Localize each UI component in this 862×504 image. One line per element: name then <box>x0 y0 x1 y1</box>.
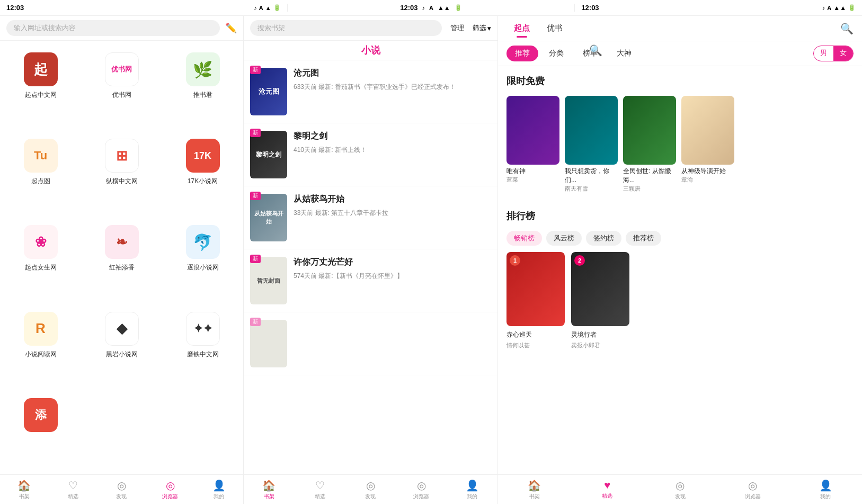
nav-label-featured-2: 精选 <box>315 493 325 500</box>
gender-male-label: 男 <box>820 49 827 57</box>
edit-icon[interactable]: ✏️ <box>225 22 237 34</box>
filter-tab-category[interactable]: 分类 <box>540 46 572 61</box>
rank-item-2[interactable]: 2 灵境行者 卖报小郎君 <box>571 252 629 349</box>
site-item-17k[interactable]: 17K 17K小说网 <box>162 132 243 219</box>
nav-item-mine-3[interactable]: 👤 我的 <box>789 475 862 504</box>
free-book-4[interactable]: 从神级导演开始 章渝 <box>681 96 734 193</box>
free-book-3[interactable]: 全民创世: 从骷髅海... 三颗唐 <box>623 96 676 193</box>
featured-icon-2: ♡ <box>315 479 325 492</box>
rank-number-1: 1 <box>510 255 520 266</box>
free-title-4: 从神级导演开始 <box>681 167 734 176</box>
discover-icon-2: ◎ <box>366 479 375 492</box>
site-item-nvsheng[interactable]: ❀ 起点女生网 <box>0 219 81 305</box>
book-item-partial[interactable]: 新 <box>244 312 497 375</box>
nav-item-browser-1[interactable]: ◎ 浏览器 <box>146 475 194 504</box>
free-book-2[interactable]: 我只想卖货，你们... 南天有雪 <box>565 96 618 193</box>
status-panel-1: 12:03 ♪ A ▲ 🔋 <box>0 4 287 12</box>
rank-tab-bestseller-label: 畅销榜 <box>514 234 535 242</box>
reading-content: 限时免费 唯有神 蓝菜 我只想卖货，你们... 南天有雪 全民创世: 从骷 <box>498 66 862 474</box>
site-item-zongheng[interactable]: ⊞ 纵横中文网 <box>81 132 162 219</box>
free-books-row: 唯有神 蓝菜 我只想卖货，你们... 南天有雪 全民创世: 从骷髅海... 三颗… <box>498 96 862 201</box>
battery-icon-3: 🔋 <box>848 4 856 11</box>
mine-icon: 👤 <box>212 479 226 492</box>
music-icon-3: ♪ <box>822 5 825 11</box>
nav-item-bookshelf-2[interactable]: 🏠 书架 <box>244 475 295 504</box>
site-item-xiaoshuo[interactable]: R 小说阅读网 <box>0 305 81 392</box>
nav-item-discover-2[interactable]: ◎ 发现 <box>345 475 396 504</box>
site-item-tsjun[interactable]: 🌿 推书君 <box>162 46 243 132</box>
free-title-3: 全民创世: 从骷髅海... <box>623 167 676 185</box>
nav-item-browser-2[interactable]: ◎ 浏览器 <box>396 475 447 504</box>
rank-tab-bestseller[interactable]: 畅销榜 <box>506 231 542 246</box>
nav-item-featured-2[interactable]: ♡ 精选 <box>295 475 345 504</box>
filter-tab-recommend[interactable]: 推荐 <box>506 46 538 61</box>
browser-search-bar[interactable]: 输入网址或搜索内容 <box>6 20 220 36</box>
site-item-qidian[interactable]: 起 起点中文网 <box>0 46 81 132</box>
nav-item-discover-1[interactable]: ◎ 发现 <box>97 475 146 504</box>
site-item-hongxiu[interactable]: ❧ 红袖添香 <box>81 219 162 305</box>
filter-tab-dashen[interactable]: 大神 <box>608 46 640 61</box>
panel-reading: 起点 优书 🔍 推荐 分类 榜单 大神 <box>498 16 862 504</box>
battery-icon-2: 🔋 <box>455 4 462 11</box>
nav-item-bookshelf-1[interactable]: 🏠 书架 <box>0 475 49 504</box>
signal-icon-3: A <box>827 5 831 11</box>
new-badge-5: 新 <box>250 318 261 326</box>
new-badge-2: 新 <box>250 129 261 137</box>
rank-tab-qianyue[interactable]: 签约榜 <box>586 231 621 246</box>
time-1: 12:03 <box>6 4 24 12</box>
book-info-4: 许你万丈光芒好 574天前 最新:【新书《月亮在怀里》】 <box>294 257 491 281</box>
site-icon-tsjun: 🌿 <box>186 52 220 86</box>
bookshelf-header: 搜索书架 管理 筛选 ▾ <box>244 16 497 41</box>
filter-dashen-label: 大神 <box>617 49 632 57</box>
gender-toggle: 男 女 <box>813 46 854 61</box>
site-icon-youshu: 优书网 <box>105 52 139 86</box>
site-item-youshu[interactable]: 优书网 优书网 <box>81 46 162 132</box>
book-item-liming[interactable]: 新 黎明之剑 黎明之剑 410天前 最新: 新书上线！ <box>244 123 497 186</box>
nav-label-browser-3: 浏览器 <box>745 493 761 500</box>
nav-label-discover-1: 发现 <box>116 493 127 500</box>
site-item-qidiantu[interactable]: Tu 起点图 <box>0 132 81 219</box>
site-label-nvsheng: 起点女生网 <box>25 263 57 272</box>
site-label-zongheng: 纵横中文网 <box>106 177 138 186</box>
site-item-motie[interactable]: ✦✦ 磨铁中文网 <box>162 305 243 392</box>
site-item-heiyao[interactable]: ◆ 黑岩小说网 <box>81 305 162 392</box>
filter-recommend-label: 推荐 <box>515 49 530 57</box>
book-title-2: 黎明之剑 <box>294 131 491 142</box>
rank-tab-fengyun[interactable]: 风云榜 <box>546 231 582 246</box>
add-button[interactable]: 添 <box>24 398 58 432</box>
manage-button[interactable]: 管理 <box>446 21 468 35</box>
nav-item-featured-3[interactable]: ♥ 精选 <box>571 475 643 504</box>
site-item-add[interactable]: 添 <box>0 392 81 469</box>
rank-tab-tuijian[interactable]: 推荐榜 <box>626 231 661 246</box>
tab-youshu[interactable]: 优书 <box>539 20 570 37</box>
site-item-zulang[interactable]: 🐬 逐浪小说网 <box>162 219 243 305</box>
search-icon-reading[interactable]: 🔍 <box>840 22 854 35</box>
bookshelf-search[interactable]: 搜索书架 <box>250 20 442 36</box>
search-icon-bookshelf[interactable]: 🔍 <box>589 44 602 57</box>
nav-item-mine-2[interactable]: 👤 我的 <box>447 475 497 504</box>
site-icon-zulang: 🐬 <box>186 225 220 259</box>
nav-item-bookshelf-3[interactable]: 🏠 书架 <box>498 475 571 504</box>
panel-bookshelf: 搜索书架 管理 筛选 ▾ 小说 🔍 新 沧元图 沧元图 633天前 最新 <box>244 16 498 504</box>
book-item-xuniguang[interactable]: 新 暂无封面 许你万丈光芒好 574天前 最新:【新书《月亮在怀里》】 <box>244 249 497 312</box>
nav-item-browser-3[interactable]: ◎ 浏览器 <box>716 475 789 504</box>
tab-qidian[interactable]: 起点 <box>506 20 537 37</box>
book-item-guniao[interactable]: 新 从姑获鸟开始 从姑获鸟开始 33天前 最新: 第五十八章干都卡拉 <box>244 186 497 249</box>
new-badge-1: 新 <box>250 66 261 74</box>
app-title: 小说 <box>361 44 380 57</box>
gender-female-btn[interactable]: 女 <box>833 46 853 61</box>
nav-label-discover-3: 发现 <box>675 493 686 500</box>
nav-item-mine-1[interactable]: 👤 我的 <box>194 475 243 504</box>
book-item-cangyuantu[interactable]: 新 沧元图 沧元图 633天前 最新: 番茄新书《宇宙职业选手》已经正式发布！ <box>244 60 497 123</box>
browser-icon-3: ◎ <box>748 479 757 492</box>
nav-item-discover-3[interactable]: ◎ 发现 <box>644 475 716 504</box>
time-2: 12:03 <box>400 4 417 12</box>
free-book-1[interactable]: 唯有神 蓝菜 <box>506 96 559 193</box>
gender-male-btn[interactable]: 男 <box>814 46 833 61</box>
nav-item-featured-1[interactable]: ♡ 精选 <box>49 475 97 504</box>
site-label-youshu: 优书网 <box>112 91 131 100</box>
free-title-1: 唯有神 <box>506 167 559 176</box>
rank-item-1[interactable]: 1 赤心巡天 情何以甚 <box>506 252 565 349</box>
filter-button[interactable]: 筛选 ▾ <box>473 23 491 33</box>
reading-nav: 🏠 书架 ♥ 精选 ◎ 发现 ◎ 浏览器 👤 我的 <box>498 474 862 504</box>
